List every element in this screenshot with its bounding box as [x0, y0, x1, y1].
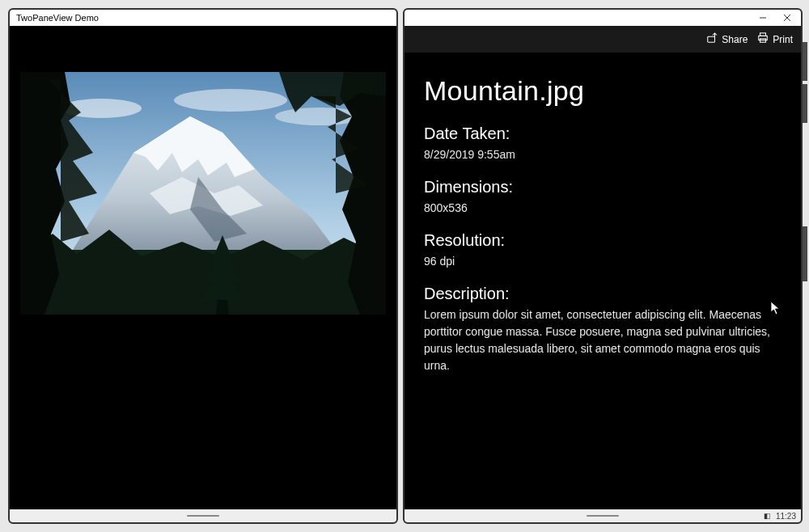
command-bar: Share Print: [404, 26, 801, 53]
resolution-label: Resolution:: [424, 231, 781, 250]
svg-rect-10: [760, 33, 766, 36]
window-title: TwoPaneView Demo: [16, 13, 99, 23]
description-field: Description: Lorem ipsum dolor sit amet,…: [424, 285, 781, 374]
taskbar-handle[interactable]: [587, 515, 619, 517]
svg-point-2: [174, 89, 287, 112]
right-pane: Share Print Mountain.jpg Date Taken: 8/2…: [403, 8, 803, 524]
titlebar-right: [404, 10, 801, 26]
date-taken-label: Date Taken:: [424, 125, 781, 143]
resolution-value: 96 dpi: [424, 253, 781, 270]
edge-tab[interactable]: [803, 226, 807, 281]
details-panel: Mountain.jpg Date Taken: 8/29/2019 9:55a…: [404, 53, 801, 522]
description-value: Lorem ipsum dolor sit amet, consectetuer…: [424, 306, 781, 374]
svg-rect-8: [708, 36, 715, 42]
print-label: Print: [773, 34, 793, 45]
mountain-image: [20, 72, 386, 315]
share-label: Share: [722, 34, 748, 45]
taskbar-handle[interactable]: [187, 515, 219, 517]
date-taken-field: Date Taken: 8/29/2019 9:55am: [424, 125, 781, 163]
left-pane: TwoPaneView Demo: [8, 8, 398, 524]
print-icon: [757, 32, 769, 46]
edge-tab[interactable]: [803, 84, 807, 123]
print-button[interactable]: Print: [757, 32, 793, 46]
cursor-icon: [770, 301, 781, 315]
system-clock: 11:23: [776, 512, 796, 521]
dimensions-label: Dimensions:: [424, 178, 781, 196]
dimensions-value: 800x536: [424, 200, 781, 217]
dimensions-field: Dimensions: 800x536: [424, 178, 781, 217]
taskbar-left: [10, 509, 396, 522]
share-button[interactable]: Share: [706, 32, 748, 46]
system-tray-icon[interactable]: ◧: [764, 512, 771, 520]
share-icon: [706, 32, 718, 46]
close-button[interactable]: [778, 12, 796, 23]
image-viewer: [10, 53, 396, 315]
description-label: Description:: [424, 285, 781, 303]
edge-tab[interactable]: [803, 42, 807, 81]
taskbar-right: ◧ 11:23: [404, 509, 801, 522]
file-name-heading: Mountain.jpg: [424, 75, 781, 107]
titlebar-left: TwoPaneView Demo: [10, 10, 396, 26]
resolution-field: Resolution: 96 dpi: [424, 231, 781, 270]
date-taken-value: 8/29/2019 9:55am: [424, 146, 781, 163]
minimize-button[interactable]: [754, 12, 772, 23]
